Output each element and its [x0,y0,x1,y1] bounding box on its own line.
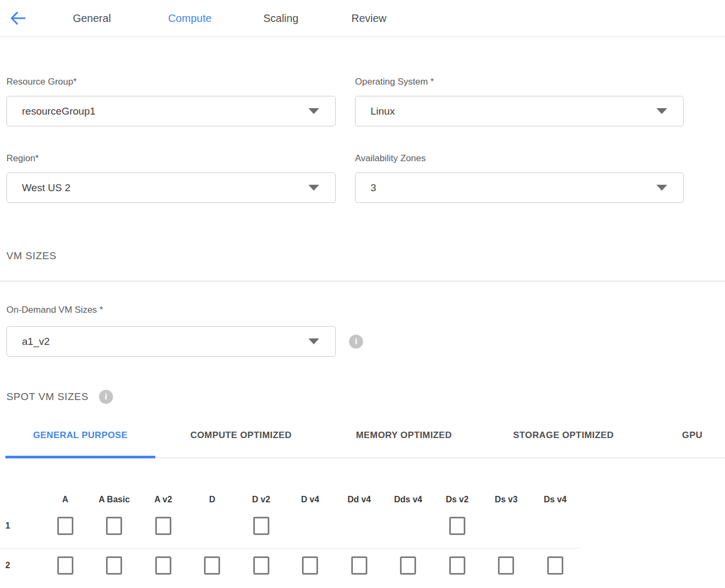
cell-a [41,517,90,535]
vm-checkbox[interactable] [498,556,514,575]
cell-d-v4 [286,517,335,535]
row-label: 1 [0,521,41,531]
tab-review[interactable]: Review [345,12,393,25]
column-header: D v4 [286,494,335,505]
cell-a-v2 [139,556,188,575]
cell-d-v2 [237,517,286,535]
cell-a [41,556,90,575]
info-icon[interactable]: i [349,335,363,349]
column-header: Dds v4 [384,494,433,505]
column-header: A v2 [139,494,188,505]
vm-checkbox[interactable] [204,556,220,575]
availability-zones-select[interactable]: 3 [355,172,684,203]
cell-dd-v4 [335,556,384,575]
chevron-down-icon [308,338,319,344]
tab-gpu[interactable]: GPU [660,430,725,457]
column-header: D v2 [237,494,286,505]
vm-checkbox[interactable] [449,556,465,575]
info-icon[interactable]: i [99,390,113,404]
cell-ds-v4 [531,517,580,535]
cell-ds-v3 [482,556,531,575]
spot-category-tabs: GENERAL PURPOSE COMPUTE OPTIMIZED MEMORY… [5,430,725,458]
vm-checkbox[interactable] [253,556,269,575]
column-header: A [41,494,90,505]
tab-memory-optimized[interactable]: MEMORY OPTIMIZED [331,430,477,457]
operating-system-select[interactable]: Linux [355,96,684,126]
column-header: Dd v4 [335,494,384,505]
on-demand-vm-sizes-label: On-Demand VM Sizes * [0,305,725,315]
vm-checkbox[interactable] [547,556,563,575]
wizard-header: General Compute Scaling Review [0,0,725,37]
cell-dd-v4 [335,517,384,535]
cell-a-basic [90,556,139,575]
cell-ds-v2 [433,556,482,575]
vm-size-table: A A Basic A v2 D D v2 D v4 Dd v4 Dds v4 … [0,494,580,575]
column-header: A Basic [90,494,139,505]
table-row: 2 [0,556,580,575]
spot-vm-sizes-section: SPOT VM SIZES i [0,390,725,404]
availability-zones-value: 3 [371,182,376,194]
vm-checkbox[interactable] [106,556,122,575]
vm-checkbox[interactable] [400,556,416,575]
resource-group-label: Resource Group* [6,77,336,87]
availability-zones-field: Availability Zones 3 [355,153,684,203]
vm-checkbox[interactable] [253,517,269,535]
resource-group-value: resourceGroup1 [22,105,95,117]
vm-checkbox[interactable] [302,556,318,575]
resource-group-select[interactable]: resourceGroup1 [6,96,336,126]
cell-dds-v4 [384,556,433,575]
tab-compute-optimized[interactable]: COMPUTE OPTIMIZED [166,430,316,457]
region-label: Region* [6,153,336,164]
region-select[interactable]: West US 2 [6,172,336,203]
tab-scaling[interactable]: Scaling [255,12,306,25]
chevron-down-icon [308,185,319,191]
chevron-down-icon [656,108,667,114]
vm-checkbox[interactable] [57,517,73,535]
cell-d-v4 [286,556,335,575]
cell-d [188,517,237,535]
resource-group-field: Resource Group* resourceGroup1 [6,77,336,126]
table-row: 1 [0,517,580,535]
vm-checkbox[interactable] [155,517,171,535]
cell-a-v2 [139,517,188,535]
operating-system-field: Operating System * Linux [355,77,684,126]
vm-checkbox[interactable] [57,556,73,575]
spot-vm-sizes-title: SPOT VM SIZES [6,391,88,403]
row-divider [0,548,580,549]
vm-sizes-section-title: VM SIZES [0,250,725,262]
row-label: 2 [0,561,41,570]
column-header: D [188,494,237,505]
region-field: Region* West US 2 [6,153,336,203]
tab-storage-optimized[interactable]: STORAGE OPTIMIZED [489,430,638,457]
wizard-tabs: General Compute Scaling Review [30,12,393,25]
vm-checkbox[interactable] [449,517,465,535]
vm-checkbox[interactable] [106,517,122,535]
column-header: Ds v2 [433,494,482,505]
column-header: Ds v4 [531,494,580,505]
arrow-left-icon [7,8,27,28]
back-button[interactable] [4,5,30,31]
cell-a-basic [90,517,139,535]
vm-checkbox[interactable] [155,556,171,575]
column-header: Ds v3 [482,494,531,505]
section-divider [0,281,725,282]
cell-d-v2 [237,556,286,575]
region-value: West US 2 [22,182,70,194]
vm-checkbox[interactable] [351,556,367,575]
cell-ds-v4 [531,556,580,575]
cell-dds-v4 [384,517,433,535]
operating-system-label: Operating System * [355,77,684,87]
on-demand-vm-sizes-select[interactable]: a1_v2 [6,326,336,357]
cell-d [188,556,237,575]
chevron-down-icon [656,185,667,191]
tab-general[interactable]: General [66,12,117,25]
chevron-down-icon [308,108,319,114]
tab-general-purpose[interactable]: GENERAL PURPOSE [5,430,155,457]
compute-form: Resource Group* resourceGroup1 Operating… [6,77,684,203]
cell-ds-v3 [482,517,531,535]
availability-zones-label: Availability Zones [355,153,684,164]
on-demand-vm-sizes-value: a1_v2 [22,336,50,348]
tab-compute[interactable]: Compute [162,12,218,25]
operating-system-value: Linux [371,105,395,117]
table-header-row: A A Basic A v2 D D v2 D v4 Dd v4 Dds v4 … [0,494,580,505]
